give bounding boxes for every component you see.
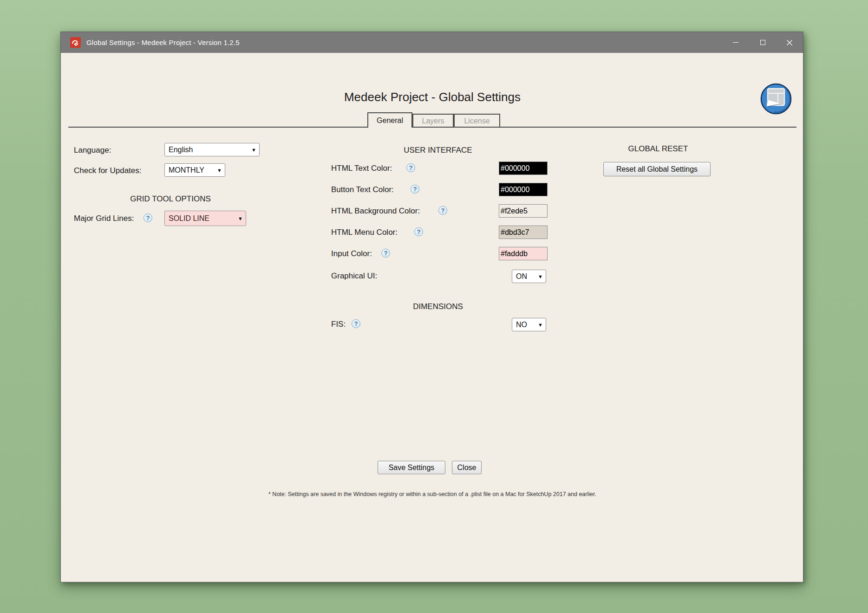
help-icon[interactable]: ? <box>144 213 152 222</box>
chevron-down-icon: ▼ <box>534 322 543 328</box>
html-menu-color-input[interactable] <box>499 226 548 239</box>
html-menu-color-label: HTML Menu Color: <box>331 228 398 237</box>
input-color-input[interactable] <box>499 247 548 260</box>
window-titlebar: Global Settings - Medeek Project - Versi… <box>61 32 803 53</box>
graphical-ui-select[interactable]: ON ▼ <box>512 270 546 283</box>
global-reset-heading: GLOBAL RESET <box>602 144 714 154</box>
tab-layers[interactable]: Layers <box>412 114 454 128</box>
language-label: Language: <box>74 146 111 155</box>
close-button[interactable] <box>776 32 803 53</box>
major-grid-lines-label: Major Grid Lines: <box>74 214 134 223</box>
graphical-ui-label: Graphical UI: <box>331 271 377 281</box>
minimize-icon <box>733 42 738 43</box>
fis-label: FIS: <box>331 320 346 329</box>
medeek-logo <box>760 83 793 116</box>
maximize-icon <box>760 40 765 45</box>
save-settings-button[interactable]: Save Settings <box>378 461 445 474</box>
language-select-value: English <box>169 146 193 154</box>
window-title: Global Settings - Medeek Project - Versi… <box>86 39 240 46</box>
chevron-down-icon: ▼ <box>534 274 543 279</box>
major-grid-lines-select-value: SOLID LINE <box>169 214 209 223</box>
html-text-color-label: HTML Text Color: <box>331 164 392 173</box>
tab-general[interactable]: General <box>367 112 412 128</box>
close-icon <box>786 39 793 46</box>
updates-select[interactable]: MONTHLY ▼ <box>164 163 225 177</box>
button-text-color-label: Button Text Color: <box>331 185 394 194</box>
html-background-color-label: HTML Background Color: <box>331 206 420 216</box>
major-grid-lines-select[interactable]: SOLID LINE ▼ <box>164 211 246 226</box>
dimensions-heading: DIMENSIONS <box>331 302 545 311</box>
close-settings-button[interactable]: Close <box>452 461 482 474</box>
chevron-down-icon: ▼ <box>213 168 222 173</box>
tab-license[interactable]: License <box>454 114 500 128</box>
window-controls <box>722 32 803 53</box>
grid-tool-options-heading: GRID TOOL OPTIONS <box>82 194 259 204</box>
help-icon[interactable]: ? <box>406 163 415 172</box>
fis-select-value: NO <box>516 321 527 329</box>
updates-select-value: MONTHLY <box>169 166 204 174</box>
help-icon[interactable]: ? <box>381 249 390 258</box>
user-interface-heading: USER INTERFACE <box>331 146 545 155</box>
footer-note: * Note: Settings are saved in the Window… <box>61 491 804 497</box>
chevron-down-icon: ▼ <box>248 147 256 153</box>
sketchup-app-icon <box>70 37 81 48</box>
help-icon[interactable]: ? <box>438 206 447 215</box>
minimize-button[interactable] <box>722 32 749 53</box>
language-select[interactable]: English ▼ <box>164 143 260 156</box>
updates-label: Check for Updates: <box>74 166 142 175</box>
help-icon[interactable]: ? <box>352 319 360 328</box>
settings-content: Medeek Project - Global Settings General… <box>61 53 804 583</box>
html-text-color-input[interactable] <box>499 161 548 175</box>
button-text-color-input[interactable] <box>499 183 548 196</box>
fis-select[interactable]: NO ▼ <box>512 318 546 331</box>
help-icon[interactable]: ? <box>411 185 419 194</box>
global-settings-window: Global Settings - Medeek Project - Versi… <box>60 32 803 582</box>
html-background-color-input[interactable] <box>499 204 548 218</box>
tab-strip: General Layers License <box>68 113 796 128</box>
graphical-ui-select-value: ON <box>516 272 527 281</box>
chevron-down-icon: ▼ <box>234 216 243 221</box>
maximize-button[interactable] <box>749 32 776 53</box>
reset-all-global-settings-button[interactable]: Reset all Global Settings <box>603 162 711 176</box>
help-icon[interactable]: ? <box>414 227 423 236</box>
input-color-label: Input Color: <box>331 249 372 258</box>
page-title: Medeek Project - Global Settings <box>61 90 804 104</box>
